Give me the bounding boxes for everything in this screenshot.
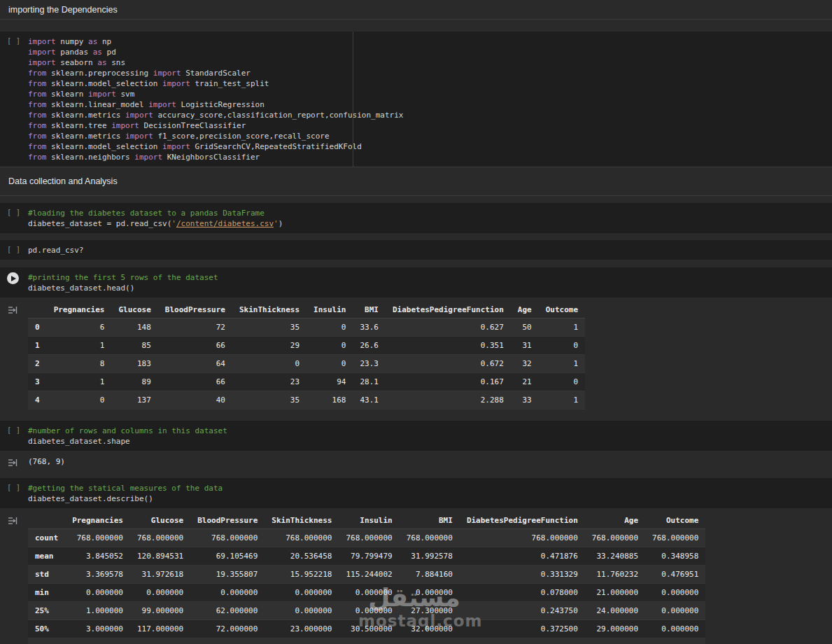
- code-cell-head[interactable]: #printing the first 5 rows of the datase…: [0, 267, 832, 298]
- table-cell: 0.000000: [190, 584, 265, 602]
- code-line: from sklearn.linear_model import Logisti…: [28, 99, 832, 110]
- table-row: 28183640023.30.672321: [28, 355, 585, 373]
- output-area-head: PregnanciesGlucoseBloodPressureSkinThick…: [0, 302, 832, 410]
- table-cell: 0.167: [386, 373, 511, 391]
- table-cell: 183: [111, 355, 157, 373]
- column-header: Outcome: [539, 302, 585, 318]
- markdown-cell-dependencies[interactable]: importing the Dependencies: [0, 0, 832, 20]
- code-line: from sklearn.metrics import accuracy_sco…: [28, 110, 832, 120]
- table-row: 25%1.00000099.00000062.0000000.0000000.0…: [28, 602, 705, 620]
- table-cell: 40: [158, 391, 232, 410]
- table-header-row: PregnanciesGlucoseBloodPressureSkinThick…: [28, 302, 585, 318]
- table-cell: 0.672: [386, 355, 511, 373]
- describe-table: PregnanciesGlucoseBloodPressureSkinThick…: [28, 512, 705, 644]
- table-cell: 3.000000: [65, 620, 130, 638]
- cell-prompt[interactable]: [ ]: [7, 208, 20, 216]
- shape-output-text: (768, 9): [28, 454, 832, 468]
- code-line: from sklearn.preprocessing import Standa…: [28, 68, 832, 78]
- code-editor-describe[interactable]: #getting the statical measures of the da…: [28, 478, 832, 508]
- column-header: Glucose: [130, 512, 190, 529]
- code-cell-read-csv-help[interactable]: [ ] pd.read_csv?: [0, 240, 832, 260]
- table-cell: 23.3: [353, 355, 386, 373]
- table-cell: 89: [111, 373, 157, 391]
- table-cell: 29: [232, 337, 306, 355]
- cell-prompt[interactable]: [ ]: [7, 36, 20, 45]
- table-cell: 0: [306, 355, 353, 373]
- table-cell: 0.243750: [460, 602, 585, 620]
- table-cell: 140.250000: [130, 638, 190, 644]
- table-cell: 21: [511, 373, 539, 391]
- code-line: import seaborn as sns: [28, 57, 832, 68]
- code-cell-describe[interactable]: [ ] #getting the statical measures of th…: [0, 478, 832, 508]
- code-cell-imports[interactable]: [ ] import numpy as npimport pandas as p…: [0, 31, 832, 167]
- table-row: std3.36957831.97261819.35580715.95221811…: [28, 566, 705, 584]
- divider: [0, 195, 832, 196]
- code-line: #getting the statical measures of the da…: [28, 483, 832, 493]
- section-heading-dependencies: importing the Dependencies: [8, 5, 118, 15]
- table-row: mean3.845052120.89453169.10546920.536458…: [28, 547, 705, 566]
- code-editor-imports[interactable]: import numpy as npimport pandas as pdimp…: [28, 31, 832, 167]
- code-line: diabetes_dataset.shape: [28, 436, 832, 447]
- table-cell: 79.799479: [339, 547, 399, 566]
- table-cell: 94: [306, 373, 353, 391]
- table-cell: 62.000000: [190, 602, 265, 620]
- table-cell: 85: [111, 337, 157, 355]
- table-cell: 0.078000: [460, 584, 585, 602]
- cell-prompt[interactable]: [ ]: [7, 483, 20, 491]
- table-cell: 35: [232, 318, 306, 337]
- table-cell: 0.626250: [460, 638, 585, 644]
- table-row: 318966239428.10.167210: [28, 373, 585, 391]
- run-button[interactable]: [7, 272, 19, 284]
- code-line: #loading the diabetes dataset to a panda…: [28, 208, 832, 218]
- table-cell: 33.6: [353, 318, 386, 337]
- table-header-row: PregnanciesGlucoseBloodPressureSkinThick…: [28, 512, 705, 529]
- column-header: DiabetesPedigreeFunction: [386, 302, 511, 318]
- table-cell: 72: [158, 318, 232, 337]
- column-header: SkinThickness: [232, 302, 306, 318]
- table-cell: 6: [47, 318, 112, 337]
- code-cell-load-csv[interactable]: [ ] #loading the diabetes dataset to a p…: [0, 203, 832, 233]
- code-editor-load-csv[interactable]: #loading the diabetes dataset to a panda…: [28, 203, 832, 233]
- table-cell: 3.369578: [65, 566, 130, 584]
- code-line: from sklearn import svm: [28, 89, 832, 99]
- markdown-cell-data-collection[interactable]: Data collection and Analysis: [0, 167, 832, 195]
- table-cell: 3.845052: [65, 547, 130, 566]
- code-line: import pandas as pd: [28, 47, 832, 57]
- table-cell: 80.000000: [190, 638, 265, 644]
- table-cell: 1.000000: [65, 602, 130, 620]
- cell-prompt[interactable]: [ ]: [7, 245, 20, 253]
- section-heading-data-collection: Data collection and Analysis: [8, 176, 118, 186]
- head-table: PregnanciesGlucoseBloodPressureSkinThick…: [28, 302, 585, 410]
- code-line: diabetes_dataset = pd.read_csv('/content…: [28, 218, 832, 229]
- table-cell: 31: [511, 337, 539, 355]
- table-cell: count: [28, 529, 65, 547]
- table-cell: 0: [28, 318, 47, 337]
- table-cell: 66: [158, 373, 232, 391]
- table-cell: 0.331329: [460, 566, 585, 584]
- table-cell: 0: [539, 337, 585, 355]
- table-cell: 0.000000: [645, 602, 705, 620]
- table-cell: 33.240885: [585, 547, 645, 566]
- table-cell: 0.000000: [65, 584, 130, 602]
- editor-ruler: [353, 31, 353, 167]
- table-cell: 43.1: [353, 391, 386, 410]
- column-header: BloodPressure: [190, 512, 265, 529]
- table-cell: 4: [28, 391, 47, 410]
- table-cell: 28.1: [353, 373, 386, 391]
- code-line: import numpy as np: [28, 36, 832, 47]
- code-editor-shape[interactable]: #number of rows and columns in this data…: [28, 421, 832, 451]
- table-cell: 0: [306, 318, 353, 337]
- column-header: SkinThickness: [265, 512, 339, 529]
- code-line: from sklearn.tree import DecisionTreeCla…: [28, 120, 832, 131]
- table-cell: 115.244002: [339, 566, 399, 584]
- table-cell: 32.000000: [400, 620, 460, 638]
- table-cell: std: [28, 566, 65, 584]
- column-header: Glucose: [111, 302, 157, 318]
- table-cell: 137: [111, 391, 157, 410]
- cell-prompt[interactable]: [ ]: [7, 426, 20, 434]
- code-editor-head[interactable]: #printing the first 5 rows of the datase…: [28, 267, 832, 298]
- table-cell: 15.952218: [265, 566, 339, 584]
- code-editor-read-csv-help[interactable]: pd.read_csv?: [28, 240, 832, 260]
- code-cell-shape[interactable]: [ ] #number of rows and columns in this …: [0, 421, 832, 451]
- table-cell: 148: [111, 318, 157, 337]
